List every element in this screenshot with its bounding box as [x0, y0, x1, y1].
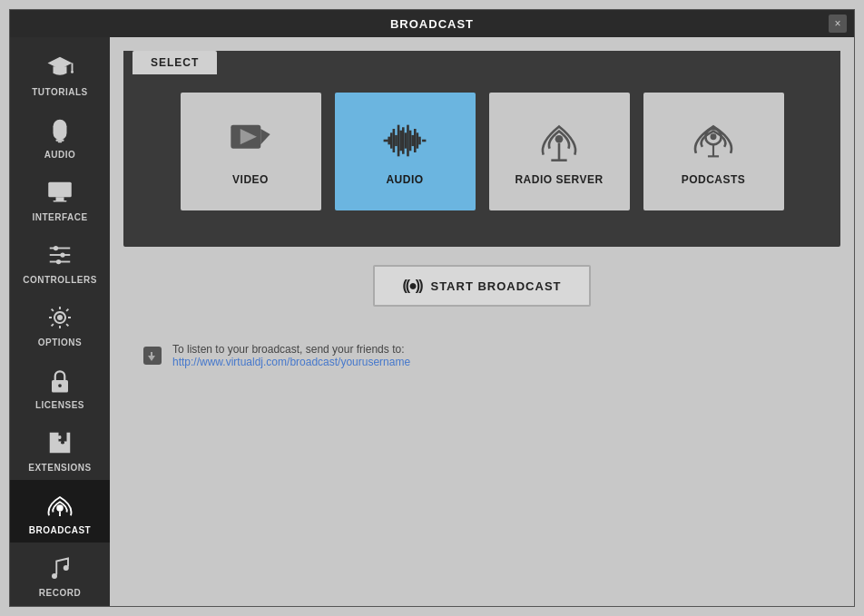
sidebar-item-audio[interactable]: AUDIO: [10, 104, 110, 167]
broadcast-option-audio[interactable]: AUDIO: [335, 93, 476, 210]
audio-label: AUDIO: [386, 173, 423, 186]
content-area: TUTORIALS AUDIO: [10, 37, 854, 606]
play-circle-icon: [227, 117, 274, 164]
svg-point-15: [57, 315, 63, 320]
svg-rect-3: [54, 120, 67, 141]
app-window: BROADCAST × TUTORIALS: [9, 9, 855, 607]
music-note-icon: [44, 552, 76, 584]
monitor-icon: [44, 176, 76, 209]
podcasts-label: PODCASTS: [682, 173, 746, 186]
close-button[interactable]: ×: [829, 15, 847, 33]
broadcast-icon: [44, 489, 76, 522]
speaker-icon: [44, 113, 76, 146]
sliders-icon: [44, 239, 76, 271]
audio-wave-icon: [381, 117, 428, 164]
title-bar-text: BROADCAST: [390, 17, 474, 31]
svg-marker-27: [260, 129, 270, 144]
svg-rect-7: [56, 197, 64, 200]
main-panel: SELECT VIDEO: [110, 37, 854, 606]
broadcast-option-radio-server[interactable]: RADIO SERVER: [489, 93, 630, 210]
broadcast-options: VIDEO: [123, 74, 840, 229]
svg-point-18: [56, 504, 64, 512]
svg-point-13: [60, 252, 64, 257]
sidebar-item-controllers[interactable]: CONTROLLERS: [10, 230, 110, 292]
sidebar-item-licenses[interactable]: LICENSES: [10, 355, 110, 417]
sidebar-item-options[interactable]: OPTIONS: [10, 292, 110, 355]
select-tab-container: SELECT VIDEO: [123, 51, 840, 247]
svg-point-44: [555, 135, 564, 143]
sidebar-label-extensions: EXTENSIONS: [28, 463, 91, 473]
select-tab-header: SELECT: [123, 51, 840, 74]
puzzle-icon: [44, 426, 76, 459]
broadcast-link[interactable]: http://www.virtualdj.com/broadcast/youru…: [172, 356, 410, 368]
svg-point-20: [52, 573, 57, 579]
svg-point-17: [58, 384, 62, 387]
title-bar: BROADCAST ×: [10, 10, 854, 37]
lock-icon: [44, 364, 76, 396]
start-broadcast-button[interactable]: ((●)) START BROADCAST: [373, 265, 590, 307]
svg-rect-5: [58, 142, 63, 143]
sidebar-label-tutorials: TUTORIALS: [32, 87, 88, 97]
svg-point-21: [64, 565, 69, 571]
video-label: VIDEO: [232, 173, 269, 186]
broadcast-option-video[interactable]: VIDEO: [181, 93, 321, 210]
sidebar-item-broadcast[interactable]: BROADCAST: [10, 480, 110, 543]
sidebar-item-remote[interactable]: REMOTE: [10, 605, 110, 606]
svg-rect-8: [54, 200, 67, 202]
broadcast-info: To listen to your broadcast, send your f…: [123, 343, 840, 368]
svg-rect-4: [56, 140, 64, 142]
svg-point-12: [54, 246, 58, 250]
sidebar-label-record: RECORD: [39, 588, 81, 598]
broadcast-waves-icon: ((●)): [402, 278, 421, 294]
broadcast-info-text: To listen to your broadcast, send your f…: [172, 343, 410, 368]
radio-tower-icon: [535, 117, 583, 164]
sidebar-label-licenses: LICENSES: [35, 400, 84, 410]
graduation-cap-icon: [44, 51, 76, 83]
svg-rect-6: [48, 182, 72, 198]
sidebar: TUTORIALS AUDIO: [10, 37, 110, 606]
sidebar-label-broadcast: BROADCAST: [29, 525, 91, 535]
sidebar-item-record[interactable]: RECORD: [10, 543, 110, 605]
sidebar-item-tutorials[interactable]: TUTORIALS: [10, 42, 110, 104]
select-tab-label[interactable]: SELECT: [133, 51, 217, 74]
start-broadcast-label: START BROADCAST: [430, 279, 561, 293]
sidebar-item-interface[interactable]: INTERFACE: [10, 167, 110, 230]
sidebar-item-extensions[interactable]: EXTENSIONS: [10, 417, 110, 480]
sidebar-label-audio: AUDIO: [44, 150, 76, 160]
svg-point-48: [711, 133, 717, 140]
broadcast-option-podcasts[interactable]: PODCASTS: [643, 93, 784, 210]
svg-point-14: [56, 259, 61, 264]
gear-icon: [44, 301, 76, 334]
sidebar-label-controllers: CONTROLLERS: [23, 275, 97, 285]
podcast-icon: [690, 117, 737, 164]
info-icon: [142, 345, 163, 367]
sidebar-label-interface: INTERFACE: [32, 212, 87, 222]
start-broadcast-container: ((●)) START BROADCAST: [123, 265, 840, 307]
sidebar-label-options: OPTIONS: [38, 337, 83, 347]
radio-server-label: RADIO SERVER: [515, 173, 603, 186]
svg-point-2: [71, 71, 74, 73]
